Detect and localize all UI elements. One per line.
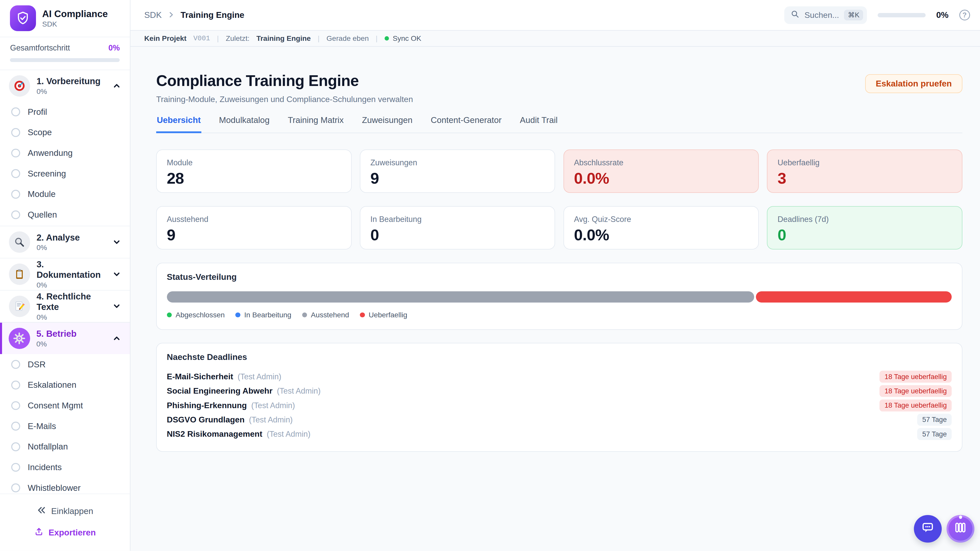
overall-progress-label: Gesamtfortschritt xyxy=(10,43,70,52)
section-progress: 0% xyxy=(37,87,106,96)
deadline-row: Phishing-Erkennung(Test Admin) 18 Tage u… xyxy=(167,398,952,413)
status-circle-icon xyxy=(11,442,20,451)
sidebar-section-dokumentation[interactable]: 3. Dokumentation 0% xyxy=(0,259,130,290)
tab-training-matrix[interactable]: Training Matrix xyxy=(287,115,344,133)
sidebar-item-scope[interactable]: Scope xyxy=(0,122,130,143)
bar-segment-ueberfaellig xyxy=(756,291,952,303)
sidebar-item-emails[interactable]: E-Mails xyxy=(0,416,130,437)
chevron-up-icon xyxy=(112,334,121,343)
breadcrumb-root[interactable]: SDK xyxy=(144,10,162,20)
status-circle-icon xyxy=(11,401,20,410)
sidebar-item-whistleblower[interactable]: Whistleblower xyxy=(0,478,130,494)
target-icon xyxy=(9,75,30,97)
status-distribution-bar xyxy=(167,291,952,303)
project-name: Kein Projekt xyxy=(144,34,186,43)
overdue-badge: 18 Tage ueberfaellig xyxy=(880,371,952,383)
header-progress-bar xyxy=(878,13,926,17)
stat-card-quiz-score: Avg. Quiz-Score 0.0% xyxy=(563,206,759,249)
collapse-sidebar-button[interactable]: Einklappen xyxy=(0,500,130,522)
sidebar-item-consent-mgmt[interactable]: Consent Mgmt xyxy=(0,395,130,416)
project-statusbar: Kein Projekt V001 | Zuletzt: Training En… xyxy=(130,30,980,46)
sidebar-section-vorbereitung[interactable]: 1. Vorbereitung 0% xyxy=(0,70,130,102)
sidebar-section-analyse[interactable]: 2. Analyse 0% xyxy=(0,226,130,258)
status-circle-icon xyxy=(11,190,20,199)
section-progress: 0% xyxy=(37,281,106,289)
columns-icon xyxy=(953,521,967,537)
section-title: 5. Betrieb xyxy=(36,329,106,339)
deadline-row: NIS2 Risikomanagement(Test Admin) 57 Tag… xyxy=(167,427,952,441)
chevron-right-icon xyxy=(167,10,175,21)
sidebar-item-dsr[interactable]: DSR xyxy=(0,354,130,375)
version-tag: V001 xyxy=(193,35,210,42)
section-progress: 0% xyxy=(37,313,106,321)
upload-icon xyxy=(34,527,44,538)
tab-bar: Uebersicht Modulkatalog Training Matrix … xyxy=(156,115,963,133)
tab-content-generator[interactable]: Content-Generator xyxy=(430,115,502,133)
next-deadlines-card: Naechste Deadlines E-Mail-Sicherheit(Tes… xyxy=(156,343,963,452)
overall-progress-block: Gesamtfortschritt 0% xyxy=(0,37,130,70)
sidebar-item-module[interactable]: Module xyxy=(0,184,130,205)
sidebar-section-betrieb[interactable]: 5. Betrieb 0% xyxy=(0,323,130,354)
red-dot-icon xyxy=(360,313,365,318)
sidebar-section-rechtliche-texte[interactable]: 4. Rechtliche Texte 0% xyxy=(0,291,130,322)
green-dot-icon xyxy=(167,313,172,318)
app-window: AI Compliance SDK Gesamtfortschritt 0% 1… xyxy=(0,0,980,551)
status-circle-icon xyxy=(11,210,20,219)
shield-check-icon xyxy=(10,5,36,31)
keyboard-shortcut-badge: ⌘K xyxy=(844,10,863,21)
section-items-vorbereitung: Profil Scope Anwendung Screening Module … xyxy=(0,102,130,226)
legend-abgeschlossen: Abgeschlossen xyxy=(167,311,225,319)
stats-grid: Module 28 Zuweisungen 9 Abschlussrate 0.… xyxy=(156,149,963,249)
status-circle-icon xyxy=(11,149,20,158)
sidebar-item-eskalationen[interactable]: Eskalationen xyxy=(0,375,130,395)
days-badge: 57 Tage xyxy=(917,414,952,426)
check-escalation-button[interactable]: Eskalation pruefen xyxy=(865,74,963,93)
legend-in-bearbeitung: In Bearbeitung xyxy=(235,311,291,319)
help-icon[interactable]: ? xyxy=(959,10,970,21)
tab-uebersicht[interactable]: Uebersicht xyxy=(156,115,201,133)
status-distribution-card: Status-Verteilung Abgeschlossen In Bearb… xyxy=(156,263,963,330)
app-title: AI Compliance xyxy=(42,8,108,19)
sidebar-nav: 1. Vorbereitung 0% Profil Scope Anwendun… xyxy=(0,70,130,494)
stat-card-in-bearbeitung: In Bearbeitung 0 xyxy=(360,206,555,249)
chat-button[interactable] xyxy=(914,515,942,543)
status-circle-icon xyxy=(11,107,20,116)
stat-card-ausstehend: Ausstehend 9 xyxy=(156,206,352,249)
sidebar-item-quellen[interactable]: Quellen xyxy=(0,205,130,225)
tab-modulkatalog[interactable]: Modulkatalog xyxy=(218,115,270,133)
last-sync-time: Gerade eben xyxy=(326,34,369,43)
page-content: Compliance Training Engine Training-Modu… xyxy=(130,47,980,551)
magnifier-icon xyxy=(9,231,30,253)
export-button[interactable]: Exportieren xyxy=(0,522,130,543)
section-title: 2. Analyse xyxy=(37,232,106,243)
tab-audit-trail[interactable]: Audit Trail xyxy=(519,115,558,133)
chat-bubble-icon xyxy=(921,521,935,537)
gray-dot-icon xyxy=(302,313,307,318)
overall-progress-value: 0% xyxy=(108,43,120,52)
search-icon xyxy=(791,10,800,21)
last-module-value: Training Engine xyxy=(256,34,311,43)
page-header: Compliance Training Engine Training-Modu… xyxy=(156,72,963,104)
status-circle-icon xyxy=(11,381,20,389)
sidebar-item-notfallplan[interactable]: Notfallplan xyxy=(0,437,130,457)
sidebar-item-screening[interactable]: Screening xyxy=(0,163,130,184)
status-circle-icon xyxy=(11,360,20,369)
sidebar-item-incidents[interactable]: Incidents xyxy=(0,457,130,478)
sidebar-item-anwendung[interactable]: Anwendung xyxy=(0,143,130,164)
section-progress: 0% xyxy=(36,340,106,348)
status-legend: Abgeschlossen In Bearbeitung Ausstehend … xyxy=(167,311,952,319)
search-input[interactable]: Suchen... ⌘K xyxy=(784,6,867,24)
deadline-row: Social Engineering Abwehr(Test Admin) 18… xyxy=(167,384,952,398)
panel-toggle-button[interactable] xyxy=(947,515,974,543)
double-chevron-left-icon xyxy=(37,506,46,516)
overall-progress-bar xyxy=(10,58,120,62)
clipboard-icon xyxy=(9,264,30,285)
stat-card-deadlines-7d: Deadlines (7d) 0 xyxy=(767,206,963,249)
tab-zuweisungen[interactable]: Zuweisungen xyxy=(361,115,413,133)
sidebar-footer: Einklappen Exportieren xyxy=(0,494,130,551)
gear-icon xyxy=(9,328,30,349)
header-progress-value: 0% xyxy=(936,10,948,20)
floating-buttons xyxy=(914,515,974,543)
bar-segment-ausstehend xyxy=(167,291,754,303)
sidebar-item-profil[interactable]: Profil xyxy=(0,102,130,122)
